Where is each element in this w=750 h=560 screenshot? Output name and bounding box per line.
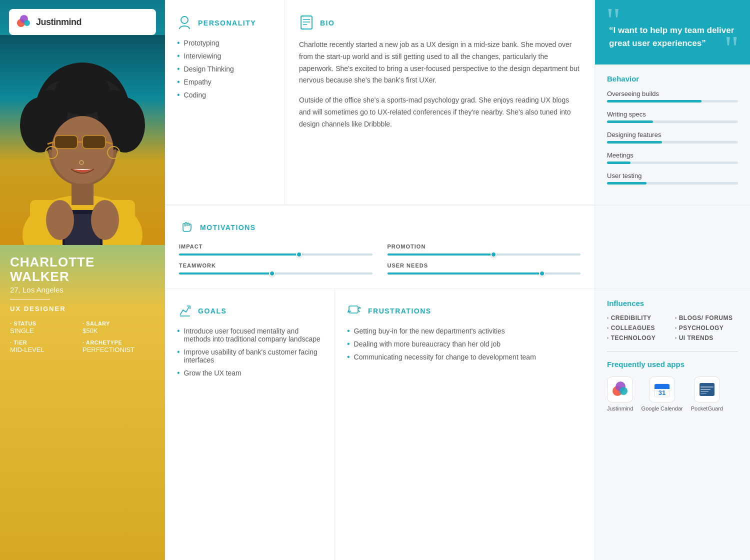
right-top-panel: " “I want to help my team deliver great … xyxy=(595,0,750,205)
person-role: UX DESIGNER xyxy=(10,305,155,312)
stat-archetype: · ARCHETYPE PERFECTIONIST xyxy=(82,340,155,354)
goals-header: Goals xyxy=(177,303,322,319)
behavior-bar-bg-1 xyxy=(607,120,738,123)
logo-bar: Justinmind xyxy=(9,9,156,35)
svg-rect-52 xyxy=(700,391,708,392)
frustrations-icon xyxy=(347,303,363,319)
motivations-section: Motivations IMPACT PROMOTION xyxy=(165,206,595,288)
section-divider xyxy=(607,352,738,352)
frustrations-section: Frustrations Getting buy-in for the new … xyxy=(335,289,595,560)
stat-tier-value: MID-LEVEL xyxy=(10,346,82,354)
personality-title: PERSONALITY xyxy=(198,19,256,27)
influences-title: Influences xyxy=(607,299,738,308)
slider-track-0 xyxy=(179,254,372,256)
frustration-item-1: Dealing with more bureaucracy than her o… xyxy=(347,340,582,348)
influence-5: · UI TRENDS xyxy=(675,334,738,342)
frustrations-header: Frustrations xyxy=(347,303,582,319)
quote-box: " “I want to help my team deliver great … xyxy=(595,0,750,64)
behavior-label-3: Meetings xyxy=(607,152,738,159)
quote-text: “I want to help my team deliver great us… xyxy=(609,14,736,50)
behavior-bar-fill-0 xyxy=(607,100,702,102)
slider-fill-0 xyxy=(179,254,299,256)
list-item: Empathy xyxy=(177,78,272,86)
slider-dot-3 xyxy=(539,270,545,276)
app-justinmind: Justinmind xyxy=(607,376,634,412)
personality-icon xyxy=(177,15,193,31)
main-content: PERSONALITY Prototyping Interviewing Des… xyxy=(165,0,750,560)
behavior-item-1: Writing specs xyxy=(607,110,738,123)
person-stats: · STATUS SINGLE · SALARY $50K · TIER MID… xyxy=(10,320,155,354)
behavior-bar-fill-4 xyxy=(607,182,646,184)
stat-tier-label: · TIER xyxy=(10,340,82,346)
bio-icon xyxy=(299,15,315,31)
person-info: CHARLOTTE WALKER 27, Los Angeles UX DESI… xyxy=(0,245,165,354)
stat-archetype-label: · ARCHETYPE xyxy=(82,340,155,346)
frustrations-list: Getting buy-in for the new department's … xyxy=(347,327,582,361)
behavior-item-3: Meetings xyxy=(607,152,738,164)
personality-list: Prototyping Interviewing Design Thinking… xyxy=(177,39,272,99)
stat-salary-value: $50K xyxy=(82,327,155,334)
frustrations-title: Frustrations xyxy=(368,307,432,315)
goals-list: Introduce user focused mentality and met… xyxy=(177,327,322,377)
middle-section: Motivations IMPACT PROMOTION xyxy=(165,205,750,289)
motivation-impact: IMPACT xyxy=(179,244,372,256)
slider-track-3 xyxy=(388,272,581,274)
stat-archetype-value: PERFECTIONIST xyxy=(82,346,155,354)
svg-point-32 xyxy=(181,16,188,24)
behavior-bar-fill-1 xyxy=(607,120,653,123)
app-icon-pocketguard xyxy=(694,376,720,402)
person-photo xyxy=(0,35,165,245)
behavior-title: Behavior xyxy=(607,74,738,83)
motivation-label-0: IMPACT xyxy=(179,244,372,250)
person-divider xyxy=(10,299,50,300)
left-panel: Justinmind xyxy=(0,0,165,560)
goal-item-1: Improve usability of bank's customer fac… xyxy=(177,348,322,364)
behavior-bar-bg-2 xyxy=(607,141,738,144)
list-item: Coding xyxy=(177,91,272,99)
slider-dot-1 xyxy=(490,252,496,258)
behavior-bar-bg-4 xyxy=(607,182,738,184)
behavior-item-4: User testing xyxy=(607,172,738,184)
influence-0: · CREDIBILITY xyxy=(607,314,670,322)
slider-track-1 xyxy=(388,254,581,256)
motivations-grid: IMPACT PROMOTION TEA xyxy=(179,244,580,274)
apps-grid: Justinmind 31 Google Calendar xyxy=(607,376,738,412)
bio-para-2: Outside of the office she's a sports-mad… xyxy=(299,94,580,130)
behavior-label-4: User testing xyxy=(607,172,738,180)
top-section: PERSONALITY Prototyping Interviewing Des… xyxy=(165,0,750,205)
logo-text: Justinmind xyxy=(36,17,82,28)
app-calendar: 31 Google Calendar xyxy=(642,376,683,412)
behavior-item-2: Designing features xyxy=(607,131,738,144)
bio-section: BIO Charlotte recently started a new job… xyxy=(285,0,595,205)
behavior-label-0: Overseeing builds xyxy=(607,90,738,98)
slider-fill-2 xyxy=(179,272,272,274)
bio-header: BIO xyxy=(299,15,580,31)
bottom-section: Goals Introduce user focused mentality a… xyxy=(165,289,750,560)
svg-rect-33 xyxy=(301,16,312,29)
logo-icon xyxy=(16,14,32,30)
person-name: CHARLOTTE WALKER xyxy=(10,255,155,284)
svg-rect-23 xyxy=(55,136,77,148)
svg-rect-38 xyxy=(349,306,358,313)
influence-4: · TECHNOLOGY xyxy=(607,334,670,342)
slider-dot-2 xyxy=(269,270,275,276)
behavior-bar-fill-3 xyxy=(607,162,630,164)
motivations-title: Motivations xyxy=(200,224,256,232)
personality-header: PERSONALITY xyxy=(177,15,272,31)
svg-point-44 xyxy=(620,387,628,395)
goal-item-2: Grow the UX team xyxy=(177,369,322,377)
svg-rect-24 xyxy=(83,136,105,148)
middle-right-panel xyxy=(595,206,750,288)
svg-text:31: 31 xyxy=(658,389,666,396)
svg-point-2 xyxy=(24,20,30,26)
behavior-bar-bg-0 xyxy=(607,100,738,102)
stat-status-label: · STATUS xyxy=(10,320,82,326)
list-item: Interviewing xyxy=(177,52,272,60)
motivations-icon xyxy=(179,220,195,236)
slider-fill-3 xyxy=(388,272,542,274)
slider-track-2 xyxy=(179,272,372,274)
app-icon-calendar: 31 xyxy=(649,376,675,402)
list-item: Design Thinking xyxy=(177,65,272,73)
list-item: Prototyping xyxy=(177,39,272,47)
stat-status: · STATUS SINGLE xyxy=(10,320,82,334)
